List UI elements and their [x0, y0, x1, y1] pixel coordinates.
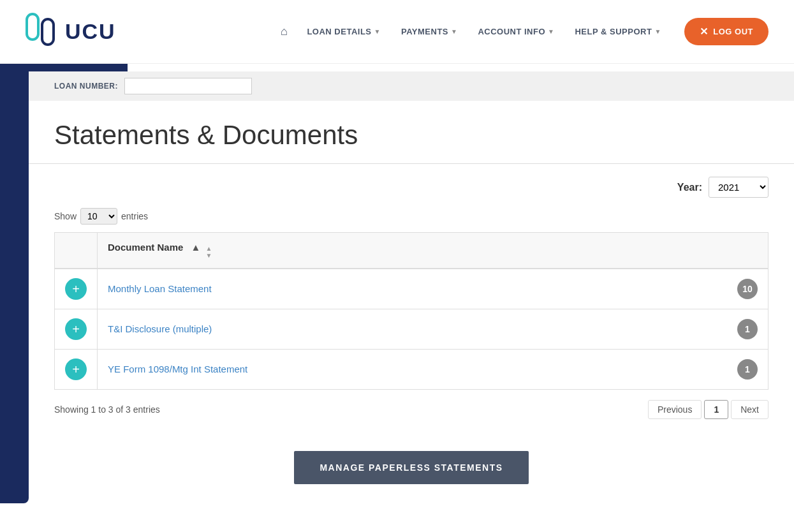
col-count: [727, 233, 768, 269]
bottom-actions: MANAGE PAPERLESS STATEMENTS: [29, 432, 794, 503]
document-link[interactable]: T&I Disclosure (multiple): [108, 323, 212, 334]
sort-arrows-icon: ▲▼: [206, 245, 212, 259]
nav-account-info[interactable]: ACCOUNT INFO ▼: [470, 23, 562, 40]
document-link[interactable]: YE Form 1098/Mtg Int Statement: [108, 364, 247, 374]
nav-payments[interactable]: PAYMENTS ▼: [393, 23, 465, 40]
page-1-button[interactable]: 1: [704, 400, 728, 419]
home-icon: ⌂: [281, 25, 288, 38]
pagination-row: Showing 1 to 3 of 3 entries Previous 1 N…: [54, 400, 768, 419]
logout-icon: ✕: [700, 26, 709, 38]
chevron-down-icon: ▼: [451, 28, 457, 35]
expand-button[interactable]: +: [65, 358, 87, 380]
logo-icon: [26, 13, 59, 51]
svg-rect-1: [42, 19, 54, 45]
expand-button[interactable]: +: [65, 318, 87, 340]
table-body: + Monthly Loan Statement 10 + T&I Disclo…: [55, 269, 768, 390]
table-row: + T&I Disclosure (multiple) 1: [55, 309, 768, 350]
count-cell: 1: [727, 350, 768, 390]
manage-paperless-button[interactable]: MANAGE PAPERLESS STATEMENTS: [294, 451, 528, 484]
page-title-section: Statements & Documents: [29, 101, 794, 164]
entries-select[interactable]: 10 25 50 100: [80, 208, 117, 225]
document-name-cell: YE Form 1098/Mtg Int Statement: [98, 350, 728, 390]
entries-label: entries: [121, 211, 148, 221]
expand-cell: +: [55, 309, 98, 350]
count-cell: 1: [727, 309, 768, 350]
logo-container: ucu: [26, 13, 116, 51]
show-label: Show: [54, 211, 77, 221]
document-name-cell: Monthly Loan Statement: [98, 269, 728, 309]
nav-loan-details[interactable]: LOAN DETAILS ▼: [299, 23, 388, 40]
count-badge: 1: [737, 319, 758, 339]
documents-table: Document Name ▲ ▲▼ + Monthly Loan Statem…: [54, 232, 768, 390]
blue-sidebar: [0, 71, 29, 503]
count-badge: 10: [737, 279, 758, 299]
show-entries-row: Show 10 25 50 100 entries: [54, 208, 768, 225]
table-row: + Monthly Loan Statement 10: [55, 269, 768, 309]
table-row: + YE Form 1098/Mtg Int Statement 1: [55, 350, 768, 390]
expand-cell: +: [55, 269, 98, 309]
table-section: Year: 2021 2020 2019 2018 Show 10 25 50 …: [29, 164, 794, 432]
nav-help-support[interactable]: HELP & SUPPORT ▼: [567, 23, 668, 40]
col-expand: [55, 233, 98, 269]
expand-cell: +: [55, 350, 98, 390]
year-label: Year:: [677, 182, 702, 193]
year-selector: Year: 2021 2020 2019 2018: [54, 177, 768, 198]
table-header-row: Document Name ▲ ▲▼: [55, 233, 768, 269]
page-title: Statements & Documents: [54, 120, 768, 151]
showing-text: Showing 1 to 3 of 3 entries: [54, 404, 160, 415]
chevron-down-icon: ▼: [654, 28, 661, 35]
sort-up-icon: ▲: [191, 242, 201, 253]
svg-rect-0: [27, 14, 38, 40]
col-document-name[interactable]: Document Name ▲ ▲▼: [98, 233, 728, 269]
main-nav: ⌂ LOAN DETAILS ▼ PAYMENTS ▼ ACCOUNT INFO…: [274, 18, 768, 45]
loan-number-input[interactable]: [124, 78, 252, 94]
next-button[interactable]: Next: [731, 400, 768, 419]
document-link[interactable]: Monthly Loan Statement: [108, 283, 212, 294]
chevron-down-icon: ▼: [374, 28, 381, 35]
content-wrapper: LOAN NUMBER: Statements & Documents Year…: [0, 71, 794, 503]
logo-text: ucu: [65, 19, 116, 44]
pagination-controls: Previous 1 Next: [648, 400, 768, 419]
year-select[interactable]: 2021 2020 2019 2018: [709, 177, 768, 198]
header: ucu ⌂ LOAN DETAILS ▼ PAYMENTS ▼ ACCOUNT …: [0, 0, 794, 64]
main-content: LOAN NUMBER: Statements & Documents Year…: [29, 71, 794, 503]
count-badge: 1: [737, 359, 758, 380]
count-cell: 10: [727, 269, 768, 309]
nav-home[interactable]: ⌂: [274, 21, 294, 42]
loan-number-bar: LOAN NUMBER:: [29, 71, 794, 101]
expand-button[interactable]: +: [65, 278, 87, 300]
loan-number-label: LOAN NUMBER:: [54, 82, 118, 91]
logout-button[interactable]: ✕ LOG OUT: [684, 18, 768, 45]
accent-bar: [0, 64, 128, 71]
chevron-down-icon: ▼: [548, 28, 554, 35]
document-name-cell: T&I Disclosure (multiple): [98, 309, 728, 350]
previous-button[interactable]: Previous: [648, 400, 702, 419]
